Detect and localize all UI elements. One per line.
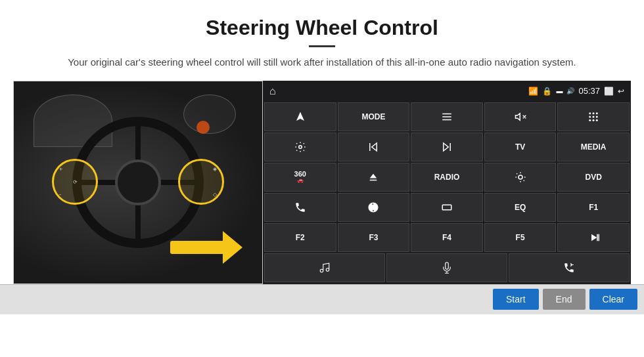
wifi-icon: 📶	[528, 87, 538, 96]
time-display: 05:37	[578, 86, 600, 96]
f1-button[interactable]: F1	[557, 193, 630, 222]
settings-button[interactable]	[264, 133, 336, 161]
start-button[interactable]: Start	[493, 289, 539, 310]
status-right: 📶 🔒 ▬ 🔊 05:37 ⬜ ↩	[528, 86, 624, 96]
svg-rect-12	[597, 234, 598, 241]
swirl-button[interactable]	[338, 193, 410, 222]
svg-point-10	[518, 175, 522, 179]
home-icon[interactable]: ⌂	[269, 85, 276, 97]
svg-point-4	[593, 116, 595, 117]
brightness-button[interactable]	[484, 163, 557, 192]
mode-button[interactable]: MODE	[338, 102, 410, 131]
svg-rect-13	[599, 234, 600, 241]
end-button[interactable]: End	[543, 289, 586, 310]
play-pause-button[interactable]	[557, 223, 630, 252]
eject-button[interactable]	[338, 163, 410, 192]
tv-button[interactable]: TV	[484, 133, 557, 161]
svg-point-2	[596, 112, 598, 114]
lock-icon: 🔒	[542, 87, 552, 96]
svg-point-9	[299, 145, 302, 148]
prev-button[interactable]	[338, 133, 410, 161]
bt-icon: 🔊	[566, 87, 574, 94]
next-button[interactable]	[411, 133, 483, 161]
360-button[interactable]: 360 🚗	[264, 163, 336, 192]
f5-button[interactable]: F5	[484, 223, 557, 252]
rectangle-button[interactable]	[411, 193, 483, 222]
svg-point-8	[596, 119, 598, 121]
media-button[interactable]: MEDIA	[557, 133, 630, 161]
phone-button[interactable]	[264, 193, 336, 222]
f2-button[interactable]: F2	[264, 223, 336, 252]
title-divider	[309, 45, 335, 47]
nav-button[interactable]	[264, 102, 336, 131]
sd-icon: ▬	[556, 87, 563, 94]
screen-icon: ⬜	[604, 87, 614, 96]
apps-button[interactable]	[557, 102, 630, 131]
bottom-bar: Start End Clear	[0, 284, 644, 314]
svg-point-7	[593, 119, 595, 121]
steering-image: + - ⟳ ◈ ◇	[13, 81, 263, 284]
back-icon[interactable]: ↩	[618, 87, 624, 96]
svg-point-1	[593, 112, 595, 114]
dvd-button[interactable]: DVD	[557, 163, 630, 192]
mic-button[interactable]	[386, 253, 507, 282]
f4-button[interactable]: F4	[411, 223, 483, 252]
page-subtitle: Your original car's steering wheel contr…	[0, 55, 644, 70]
steering-bg: + - ⟳ ◈ ◇	[14, 81, 262, 284]
svg-point-5	[596, 116, 598, 117]
clear-button[interactable]: Clear	[589, 289, 637, 310]
svg-point-3	[589, 116, 591, 117]
content-area: + - ⟳ ◈ ◇ ⌂ 📶 🔒	[13, 81, 631, 284]
eq-button[interactable]: EQ	[484, 193, 557, 222]
list-button[interactable]	[411, 102, 483, 131]
svg-rect-11	[442, 205, 451, 210]
mute-button[interactable]	[484, 102, 557, 131]
music-button[interactable]	[264, 253, 385, 282]
page-title: Steering Wheel Control	[0, 0, 644, 40]
radio-button[interactable]: RADIO	[411, 163, 483, 192]
f3-button[interactable]: F3	[338, 223, 410, 252]
panel-statusbar: ⌂ 📶 🔒 ▬ 🔊 05:37 ⬜ ↩	[263, 81, 631, 102]
svg-point-0	[589, 112, 591, 114]
svg-point-6	[589, 119, 591, 121]
control-panel: ⌂ 📶 🔒 ▬ 🔊 05:37 ⬜ ↩ MODE	[263, 81, 631, 284]
phone-answer-button[interactable]	[509, 253, 630, 282]
